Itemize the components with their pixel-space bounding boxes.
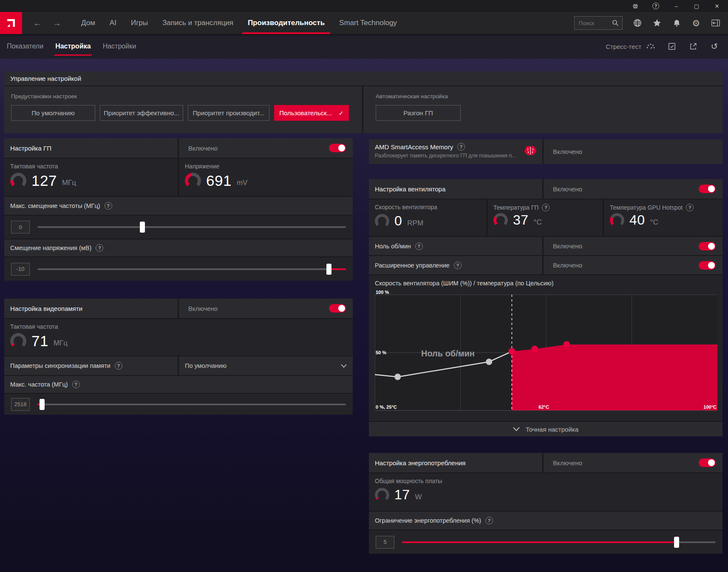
- freq-offset-row: 0: [4, 216, 353, 239]
- settings-gear-icon[interactable]: ⚙: [691, 18, 701, 28]
- help-icon[interactable]: ?: [454, 262, 462, 269]
- status-text: Включено: [188, 305, 218, 312]
- board-power-value: 17: [394, 487, 410, 503]
- collapse-panel-icon[interactable]: [711, 18, 720, 28]
- sam-status-cell: Включено: [544, 139, 722, 164]
- preset-default-button[interactable]: По умолчанию: [11, 105, 95, 121]
- subtab-metrics[interactable]: Показатели: [1, 34, 49, 59]
- search-icon: [612, 20, 619, 26]
- svg-text:62°C: 62°C: [538, 404, 549, 410]
- preset-efficiency-button[interactable]: Приоритет эффективно...: [100, 105, 183, 121]
- help-icon[interactable]: ?: [647, 1, 664, 11]
- power-limit-input[interactable]: 5: [376, 536, 394, 549]
- fan-curve-svg[interactable]: 100 %50 %Ноль об/мин0 %, 25°C62°C100°C: [375, 290, 717, 414]
- preset-performance-button[interactable]: Приоритет производит...: [188, 105, 269, 121]
- preset-custom-button[interactable]: Пользовательск... ✓: [274, 105, 349, 121]
- advanced-control-label: Расширенное управление?: [369, 256, 542, 274]
- load-profile-icon[interactable]: [667, 41, 677, 51]
- power-limit-header: Ограничение энергопотребления (%)?: [369, 512, 722, 529]
- fine-tuning-button[interactable]: Точная настройка: [369, 422, 722, 436]
- gpu-clock-value: 127: [31, 172, 57, 189]
- power-tuning-toggle[interactable]: [699, 458, 716, 467]
- fan-tuning-card: Настройка вентилятора Включено Скорость …: [369, 179, 722, 436]
- gpu-clock-unit: МГц: [62, 179, 76, 187]
- max-freq-slider[interactable]: [37, 399, 346, 410]
- advanced-control-toggle[interactable]: [699, 261, 716, 270]
- search-input[interactable]: [579, 20, 609, 26]
- zero-rpm-label: Ноль об/мин?: [369, 237, 542, 255]
- fan-curve-cell: Скорость вентилятора (ШИМ (%)) / темпера…: [369, 275, 722, 421]
- tab-performance[interactable]: Производительность: [241, 12, 332, 34]
- notifications-bell-icon[interactable]: [672, 18, 681, 28]
- search-box[interactable]: [574, 16, 623, 30]
- gpu-temp-unit: °C: [534, 218, 542, 227]
- fan-tuning-toggle[interactable]: [699, 185, 716, 193]
- amd-adrenalin-logo[interactable]: [0, 12, 22, 34]
- gpu-clock-cell: Тактовая частота 127 МГц: [4, 159, 178, 196]
- vram-clock-gauge: [10, 333, 26, 349]
- help-icon[interactable]: ?: [457, 143, 465, 151]
- memory-timing-label: Параметры синхронизации памяти?: [4, 356, 178, 375]
- tab-home[interactable]: Дом: [74, 12, 102, 34]
- svg-text:100 %: 100 %: [376, 290, 389, 295]
- share-profile-icon[interactable]: [688, 41, 698, 51]
- freq-offset-slider[interactable]: [37, 222, 346, 233]
- gpu-temp-gauge: [493, 213, 508, 228]
- stress-test-button[interactable]: Стресс-тест: [606, 42, 656, 51]
- slider-thumb[interactable]: [140, 222, 145, 233]
- forward-arrow-icon[interactable]: →: [53, 18, 61, 28]
- help-icon[interactable]: ?: [415, 242, 423, 250]
- volt-offset-input[interactable]: -10: [11, 263, 30, 276]
- help-icon[interactable]: ?: [686, 204, 694, 211]
- vram-tuning-toggle[interactable]: [329, 304, 346, 313]
- power-limit-slider[interactable]: [402, 537, 716, 548]
- performance-subnav: Показатели Настройка Настройки Стресс-те…: [0, 34, 728, 59]
- subtab-settings[interactable]: Настройки: [97, 34, 142, 59]
- status-text: Включено: [188, 145, 218, 152]
- slider-thumb[interactable]: [326, 264, 331, 275]
- debug-bug-icon[interactable]: [627, 1, 644, 11]
- favorites-star-icon[interactable]: [652, 18, 662, 28]
- tab-ai[interactable]: AI: [102, 12, 124, 34]
- globe-icon[interactable]: [633, 18, 642, 28]
- chevron-down-icon: [341, 364, 347, 368]
- subtab-tuning[interactable]: Настройка: [49, 34, 96, 59]
- status-text: Включено: [553, 262, 582, 269]
- tab-games[interactable]: Игры: [124, 12, 155, 34]
- slider-thumb[interactable]: [40, 399, 45, 410]
- help-icon[interactable]: ?: [485, 517, 493, 524]
- volt-offset-slider[interactable]: [37, 264, 346, 275]
- minimize-button[interactable]: –: [668, 1, 685, 11]
- help-icon[interactable]: ?: [542, 204, 550, 211]
- freq-offset-input[interactable]: 0: [11, 221, 30, 233]
- close-button[interactable]: ✕: [708, 1, 725, 11]
- help-icon[interactable]: ?: [115, 362, 122, 370]
- slider-thumb[interactable]: [674, 537, 679, 548]
- gpu-voltage-gauge: [185, 173, 201, 189]
- gpu-voltage-cell: Напряжение 691 mV: [179, 159, 353, 196]
- gpu-tuning-toggle[interactable]: [329, 144, 346, 152]
- help-icon[interactable]: ?: [72, 381, 80, 388]
- presets-label: Предустановки настроек: [11, 93, 77, 100]
- volt-offset-row: -10: [4, 257, 353, 281]
- maximize-button[interactable]: ▢: [688, 1, 705, 11]
- sam-title: AMD SmartAccess Memory: [375, 143, 453, 151]
- tab-record-stream[interactable]: Запись и трансляция: [155, 12, 241, 34]
- back-arrow-icon[interactable]: ←: [33, 18, 42, 28]
- vram-clock-cell: Тактовая частота 71 МГц: [4, 319, 353, 356]
- divider: [362, 86, 363, 133]
- main-navbar: ← → Дом AI Игры Запись и трансляция Прои…: [0, 12, 728, 34]
- reset-undo-icon[interactable]: ↺: [709, 41, 720, 51]
- auto-tuning-label: Автоматическая настройка: [376, 93, 448, 100]
- board-power-unit: W: [415, 493, 422, 501]
- gpu-clock-gauge: [10, 173, 26, 189]
- tab-smart-technology[interactable]: Smart Technology: [332, 12, 404, 34]
- help-icon[interactable]: ?: [96, 244, 103, 252]
- svg-text:0 %, 25°C: 0 %, 25°C: [376, 404, 397, 410]
- memory-timing-dropdown[interactable]: По умолчанию: [179, 356, 353, 375]
- gpu-overclock-button[interactable]: Разгон ГП: [376, 105, 461, 121]
- max-freq-input[interactable]: 2518: [11, 398, 30, 411]
- zero-rpm-toggle[interactable]: [699, 242, 716, 250]
- freq-offset-header: Макс. смещение частоты (МГц)?: [4, 197, 353, 215]
- help-icon[interactable]: ?: [105, 202, 112, 210]
